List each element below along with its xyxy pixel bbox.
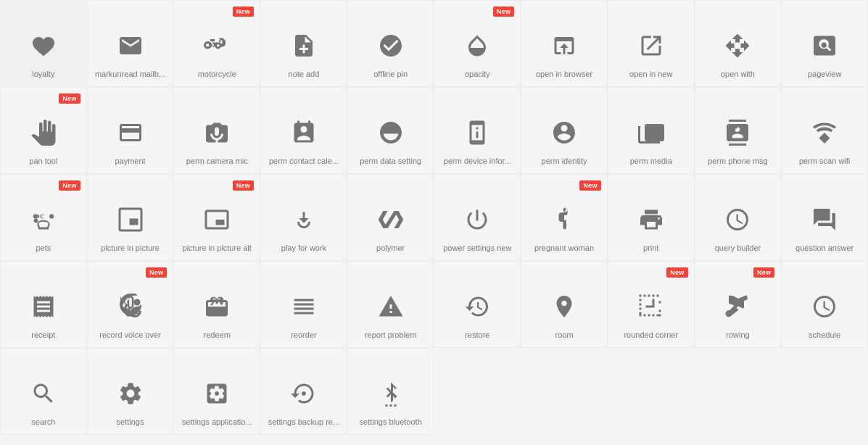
offline-pin-icon [373, 28, 408, 63]
open-with-icon [720, 28, 755, 63]
pan-tool-icon [26, 115, 61, 150]
offline-pin-label: offline pin [373, 69, 408, 79]
icon-cell-schedule[interactable]: schedule [781, 261, 868, 348]
open-in-browser-label: open in browser [536, 69, 592, 79]
icon-cell-settings-applications[interactable]: settings applicatio... [173, 348, 260, 435]
icon-cell-markunread-mailbox[interactable]: markunread mailb... [87, 0, 174, 87]
pan-tool-label: pan tool [29, 156, 57, 166]
reorder-icon [286, 289, 321, 324]
icon-cell-perm-camera-mic[interactable]: perm camera mic [173, 87, 260, 174]
icon-cell-perm-identity[interactable]: perm identity [521, 87, 608, 174]
icon-cell-receipt[interactable]: receipt [0, 261, 87, 348]
reorder-label: reorder [291, 330, 316, 340]
play-for-work-label: play for work [281, 243, 326, 253]
restore-label: restore [465, 330, 489, 340]
settings-backup-restore-icon [286, 376, 321, 411]
icon-cell-settings-backup-restore[interactable]: settings backup re... [260, 348, 347, 435]
redeem-label: redeem [204, 330, 231, 340]
icon-cell-room[interactable]: room [521, 261, 608, 348]
icon-cell-offline-pin[interactable]: offline pin [347, 0, 434, 87]
icon-cell-perm-phone-msg[interactable]: perm phone msg [695, 87, 782, 174]
open-in-new-icon [634, 28, 669, 63]
new-badge: New [146, 267, 167, 278]
schedule-label: schedule [809, 330, 840, 340]
new-badge: New [666, 267, 687, 278]
icon-cell-print[interactable]: print [608, 174, 695, 261]
svg-point-3 [133, 299, 140, 305]
pets-label: pets [36, 243, 51, 253]
icon-cell-report-problem[interactable]: report problem [347, 261, 434, 348]
icon-cell-open-with[interactable]: open with [695, 0, 782, 87]
play-for-work-icon [286, 202, 321, 237]
perm-media-label: perm media [630, 156, 672, 166]
icon-cell-question-answer[interactable]: question answer [781, 174, 868, 261]
rowing-label: rowing [726, 330, 749, 340]
perm-identity-icon [547, 115, 582, 150]
icon-cell-play-for-work[interactable]: play for work [260, 174, 347, 261]
icon-cell-rounded-corner[interactable]: Newrounded corner [608, 261, 695, 348]
opacity-icon [460, 28, 495, 63]
record-voice-over-icon [113, 289, 148, 324]
loyalty-label: loyalty [32, 69, 54, 79]
new-badge: New [753, 267, 774, 278]
motorcycle-label: motorcycle [198, 69, 236, 79]
search-icon [26, 376, 61, 411]
svg-point-1 [33, 214, 38, 218]
icon-cell-power-settings-new[interactable]: power settings new [434, 174, 521, 261]
icon-cell-perm-contact-calendar[interactable]: perm contact cale... [260, 87, 347, 174]
icon-cell-payment[interactable]: payment [87, 87, 174, 174]
icon-cell-picture-in-picture-alt[interactable]: Newpicture in picture alt [173, 174, 260, 261]
icon-cell-motorcycle[interactable]: Newmotorcycle [173, 0, 260, 87]
icon-cell-perm-media[interactable]: perm media [608, 87, 695, 174]
perm-media-icon [634, 115, 669, 150]
markunread-mailbox-label: markunread mailb... [95, 69, 165, 79]
icon-cell-perm-scan-wifi[interactable]: perm scan wifi [781, 87, 868, 174]
settings-icon [113, 376, 148, 411]
icon-cell-query-builder[interactable]: query builder [695, 174, 782, 261]
icon-cell-search[interactable]: search [0, 348, 87, 435]
perm-phone-msg-label: perm phone msg [708, 156, 768, 166]
rowing-icon [720, 289, 755, 324]
icon-cell-pageview[interactable]: pageview [781, 0, 868, 87]
perm-data-setting-label: perm data setting [360, 156, 421, 166]
icon-cell-redeem[interactable]: redeem [173, 261, 260, 348]
icon-cell-picture-in-picture[interactable]: picture in picture [87, 174, 174, 261]
payment-label: payment [115, 156, 145, 166]
print-icon [634, 202, 669, 237]
icon-cell-settings-bluetooth[interactable]: settings bluetooth [347, 348, 434, 435]
search-label: search [31, 417, 55, 427]
room-icon [547, 289, 582, 324]
icon-cell-restore[interactable]: restore [434, 261, 521, 348]
icon-cell-note-add[interactable]: note add [260, 0, 347, 87]
question-answer-label: question answer [795, 243, 853, 253]
pregnant-woman-label: pregnant woman [534, 243, 594, 253]
icon-cell-polymer[interactable]: polymer [347, 174, 434, 261]
icon-cell-loyalty[interactable]: loyalty [0, 0, 87, 87]
rounded-corner-label: rounded corner [624, 330, 678, 340]
icon-cell-pregnant-woman[interactable]: Newpregnant woman [521, 174, 608, 261]
polymer-icon [373, 202, 408, 237]
settings-backup-restore-label: settings backup re... [268, 417, 339, 427]
icon-cell-perm-device-info[interactable]: perm device infor... [434, 87, 521, 174]
svg-point-2 [49, 214, 54, 218]
pets-icon [26, 202, 61, 237]
perm-phone-msg-icon [720, 115, 755, 150]
restore-icon [460, 289, 495, 324]
icon-cell-open-in-new[interactable]: open in new [608, 0, 695, 87]
icon-cell-settings[interactable]: settings [87, 348, 174, 435]
receipt-label: receipt [31, 330, 55, 340]
perm-contact-calendar-label: perm contact cale... [269, 156, 339, 166]
icon-cell-opacity[interactable]: Newopacity [434, 0, 521, 87]
room-label: room [555, 330, 574, 340]
icon-cell-pan-tool[interactable]: Newpan tool [0, 87, 87, 174]
icon-cell-record-voice-over[interactable]: Newrecord voice over [87, 261, 174, 348]
settings-applications-label: settings applicatio... [182, 417, 252, 427]
picture-in-picture-icon [113, 202, 148, 237]
icon-cell-pets[interactable]: Newpets [0, 174, 87, 261]
perm-data-setting-icon [373, 115, 408, 150]
icon-cell-perm-data-setting[interactable]: perm data setting [347, 87, 434, 174]
report-problem-icon [373, 289, 408, 324]
icon-cell-reorder[interactable]: reorder [260, 261, 347, 348]
icon-cell-open-in-browser[interactable]: open in browser [521, 0, 608, 87]
icon-cell-rowing[interactable]: Newrowing [695, 261, 782, 348]
